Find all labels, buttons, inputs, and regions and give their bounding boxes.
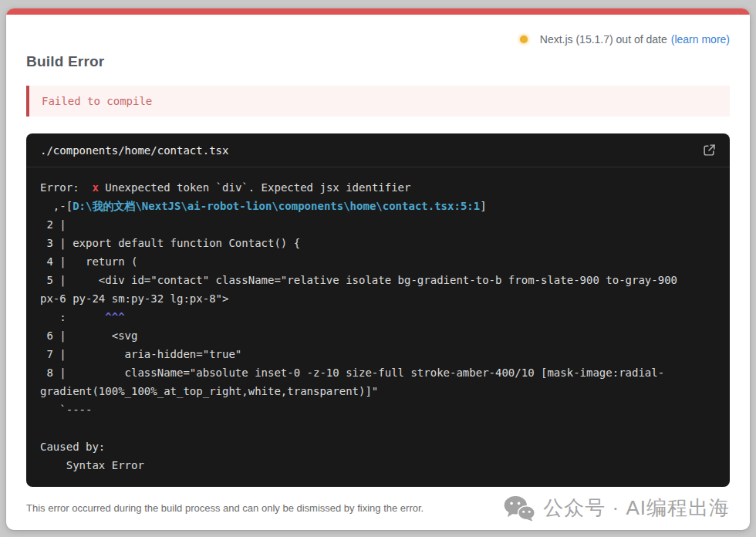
code-line: 4 | return ( bbox=[40, 252, 716, 271]
build-error-overlay: Next.js (15.1.7) out of date (learn more… bbox=[6, 8, 750, 530]
compile-banner-text: Failed to compile bbox=[42, 95, 152, 107]
version-notice-row: Next.js (15.1.7) out of date (learn more… bbox=[26, 32, 730, 47]
code-line: 2 | bbox=[40, 215, 716, 234]
code-line: `---- bbox=[40, 400, 716, 419]
code-line: : ^^^ bbox=[40, 308, 716, 326]
code-panel-header: ./components/home/contact.tsx bbox=[26, 133, 730, 167]
error-stack-output: Error: x Unexpected token `div`. Expecte… bbox=[26, 167, 730, 487]
code-line: gradient(100%_100%_at_top_right,white,tr… bbox=[40, 382, 716, 400]
watermark-text: 公众号 · AI编程出海 bbox=[543, 495, 730, 522]
code-line: 5 | <div id="contact" className="relativ… bbox=[40, 271, 716, 289]
nextjs-version-notice: Next.js (15.1.7) out of date bbox=[540, 33, 667, 46]
code-line: 8 | className="absolute inset-0 -z-10 si… bbox=[40, 363, 716, 382]
code-line: ,-[D:\我的文档\NextJS\ai-robot-lion\componen… bbox=[40, 197, 716, 215]
watermark: 公众号 · AI编程出海 bbox=[503, 495, 730, 522]
code-line: Caused by: bbox=[40, 437, 716, 456]
overlay-footer: This error occurred during the build pro… bbox=[26, 495, 730, 522]
error-accent-bar bbox=[6, 8, 750, 15]
code-line: 7 | aria-hidden="true" bbox=[40, 345, 716, 363]
wechat-icon bbox=[503, 495, 535, 522]
overlay-content: Next.js (15.1.7) out of date (learn more… bbox=[6, 15, 750, 530]
code-line bbox=[40, 419, 716, 437]
error-code-panel: ./components/home/contact.tsx Error: x U… bbox=[26, 133, 730, 487]
failed-to-compile-banner: Failed to compile bbox=[26, 86, 730, 117]
code-line: Error: x Unexpected token `div`. Expecte… bbox=[40, 178, 716, 197]
nextjs-outdated-dot bbox=[520, 35, 528, 43]
open-in-editor-icon[interactable] bbox=[703, 144, 716, 157]
learn-more-link[interactable]: (learn more) bbox=[671, 33, 730, 46]
error-file-path: ./components/home/contact.tsx bbox=[40, 144, 228, 157]
code-line: Syntax Error bbox=[40, 456, 716, 475]
build-error-note: This error occurred during the build pro… bbox=[26, 502, 424, 514]
page-title: Build Error bbox=[26, 53, 730, 70]
page-background: Next.js (15.1.7) out of date (learn more… bbox=[0, 0, 756, 537]
code-line: 3 | export default function Contact() { bbox=[40, 234, 716, 252]
code-line: px-6 py-24 sm:py-32 lg:px-8"> bbox=[40, 289, 716, 308]
code-line: 6 | <svg bbox=[40, 326, 716, 345]
